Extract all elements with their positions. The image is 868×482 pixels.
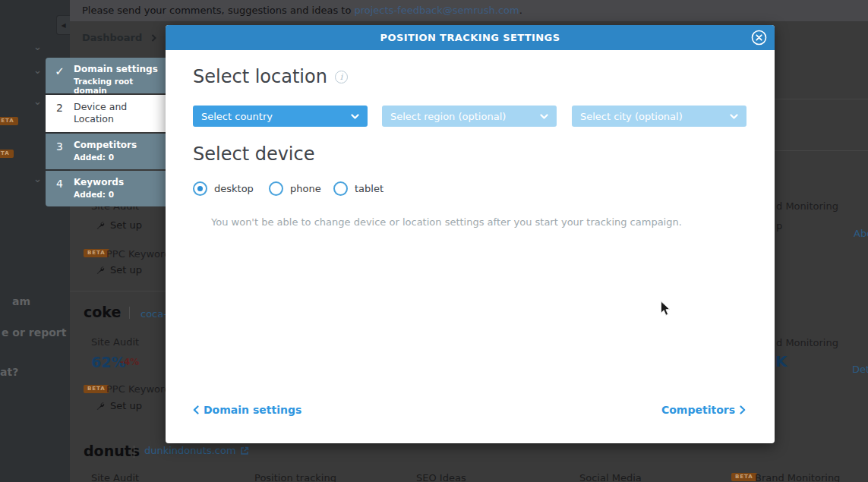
breadcrumb-chevron-icon — [151, 34, 156, 42]
next-link-label: Competitors — [661, 404, 735, 416]
beta-badge: BETA — [731, 473, 757, 481]
wrench-icon — [96, 402, 105, 411]
brand-monitoring-fragment: d Monitoring — [776, 337, 838, 348]
step-sublabel: Added: 0 — [74, 153, 137, 162]
step-label: Domain settings — [74, 64, 163, 76]
step-sublabel: Added: 0 — [74, 190, 124, 199]
column-header: Site Audit — [91, 472, 139, 482]
breadcrumb-dashboard[interactable]: Dashboard — [82, 32, 142, 43]
chevron-down-icon: ⌄ — [33, 96, 42, 107]
chevron-down-icon: ⌄ — [33, 65, 42, 76]
setup-label: Set up — [110, 400, 142, 411]
position-tracking-settings-modal: POSITION TRACKING SETTINGS Select locati… — [166, 25, 775, 443]
step-number: 2 — [46, 95, 74, 132]
region-dropdown-value: Select region (optional) — [390, 111, 506, 122]
wrench-icon — [96, 266, 105, 275]
project-title-coke: coke — [84, 304, 121, 320]
sidebar-collapse-button[interactable]: ◀ — [56, 15, 70, 35]
details-link-fragment[interactable]: Deta — [852, 364, 868, 375]
chevron-down-icon: ⌄ — [33, 173, 42, 184]
chevron-down-icon — [730, 114, 738, 119]
step-competitors[interactable]: 3 Competitors Added: 0 — [46, 134, 166, 169]
device-radio-tablet[interactable]: tablet — [333, 181, 383, 196]
radio-selected-icon — [193, 181, 207, 196]
project-domain-link[interactable]: dunkindonuts.com — [144, 445, 249, 456]
step-label: Device and Location — [74, 101, 163, 126]
metric-fragment: K — [775, 352, 788, 370]
back-domain-settings-link[interactable]: Domain settings — [193, 404, 301, 416]
setup-button[interactable]: Set up — [96, 264, 142, 276]
divider — [70, 291, 166, 291]
radio-label: tablet — [355, 183, 383, 194]
setup-label: Set up — [110, 264, 142, 276]
sidebar-text-fragment: e or report — [2, 326, 66, 339]
setup-button[interactable]: Set up — [96, 400, 142, 411]
beta-badge: BETA — [84, 385, 109, 393]
step-sublabel: Tracking root domain — [74, 77, 163, 95]
column-header: SEO Ideas — [416, 472, 466, 482]
radio-label: desktop — [214, 183, 254, 194]
sidebar-text-fragment: am — [12, 295, 30, 307]
step-domain-settings[interactable]: ✓ Domain settings Tracking root domain — [46, 58, 166, 93]
radio-label: phone — [290, 183, 321, 194]
city-dropdown[interactable]: Select city (optional) — [572, 106, 746, 127]
site-audit-delta: -4% — [120, 357, 139, 367]
beta-badge: BETA — [84, 249, 109, 257]
chevron-right-icon — [740, 405, 746, 414]
divider — [775, 150, 868, 151]
radio-unselected-icon — [333, 181, 348, 196]
chevron-down-icon — [540, 114, 548, 119]
close-button[interactable] — [750, 29, 768, 46]
divider — [134, 446, 134, 458]
setup-fragment: p — [776, 220, 782, 232]
chevron-left-icon — [193, 405, 199, 414]
check-icon: ✓ — [46, 58, 74, 93]
close-icon — [750, 29, 768, 46]
sidebar-text-fragment: at? — [0, 366, 18, 378]
step-number: 3 — [46, 134, 74, 169]
site-audit-label: Site Audit — [91, 336, 139, 348]
step-keywords[interactable]: 4 Keywords Added: 0 — [46, 171, 166, 206]
chevron-down-icon: ⌄ — [33, 41, 42, 52]
divider — [129, 307, 130, 319]
step-label: Keywords — [74, 177, 124, 189]
city-dropdown-value: Select city (optional) — [580, 111, 683, 122]
external-link-icon — [240, 446, 249, 455]
feedback-banner: Please send your comments, suggestions a… — [70, 0, 868, 21]
country-dropdown[interactable]: Select country — [193, 106, 368, 127]
project-title-donuts: donuts — [84, 443, 140, 459]
radio-unselected-icon — [269, 181, 283, 196]
about-link-fragment[interactable]: Abo — [854, 228, 868, 239]
beta-badge: BETA — [0, 117, 18, 125]
mouse-cursor — [660, 301, 671, 317]
next-competitors-link[interactable]: Competitors — [661, 404, 746, 416]
collapse-arrow-icon: ◀ — [61, 22, 65, 29]
divider — [775, 99, 868, 99]
feedback-email-link[interactable]: projects-feedback@semrush.com — [354, 5, 519, 16]
setup-label: Set up — [110, 219, 142, 231]
chevron-down-icon — [351, 114, 359, 119]
info-icon[interactable]: i — [335, 71, 348, 83]
select-location-heading: Select location i — [193, 66, 348, 87]
device-radio-desktop[interactable]: desktop — [193, 181, 254, 196]
select-device-heading: Select device — [193, 143, 315, 165]
region-dropdown[interactable]: Select region (optional) — [382, 106, 557, 127]
project-domain-text: dunkindonuts.com — [144, 445, 236, 456]
feedback-period: . — [519, 5, 522, 16]
country-dropdown-value: Select country — [201, 111, 273, 122]
beta-badge: BETA — [0, 150, 14, 158]
select-location-text: Select location — [193, 66, 327, 87]
select-device-text: Select device — [193, 143, 315, 165]
wizard-steps: ✓ Domain settings Tracking root domain 2… — [46, 58, 166, 206]
step-device-and-location[interactable]: 2 Device and Location — [46, 95, 166, 132]
screen: Please send your comments, suggestions a… — [0, 0, 868, 482]
feedback-text: Please send your comments, suggestions a… — [82, 5, 354, 16]
column-header: Social Media — [579, 472, 642, 482]
column-header: Position tracking — [254, 472, 336, 482]
device-radio-phone[interactable]: phone — [269, 181, 321, 196]
column-header: Brand Monitoring — [755, 472, 840, 482]
setup-button[interactable]: Set up — [96, 219, 142, 231]
modal-title: POSITION TRACKING SETTINGS — [166, 25, 775, 50]
wrench-icon — [96, 221, 105, 230]
step-label: Competitors — [74, 140, 137, 152]
